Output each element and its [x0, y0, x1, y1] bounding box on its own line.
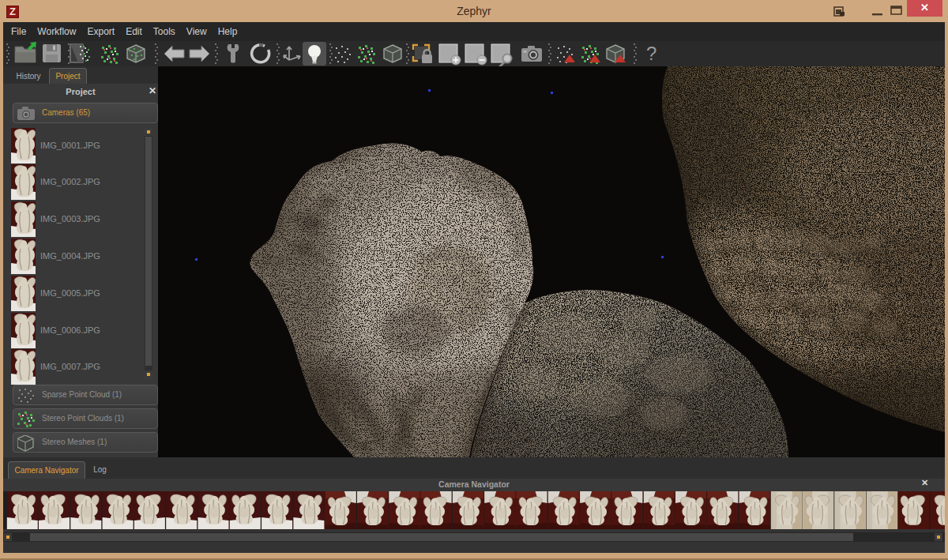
svg-text:?: ? [646, 43, 656, 64]
